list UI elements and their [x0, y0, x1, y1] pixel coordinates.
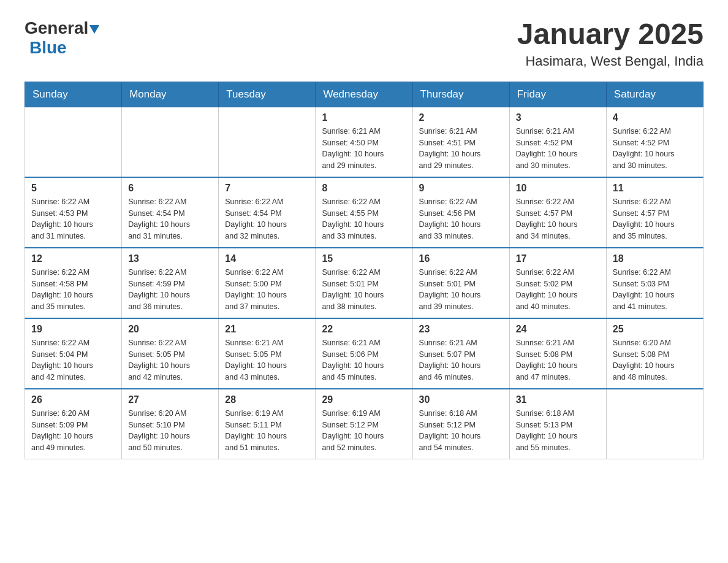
day-info: Sunrise: 6:22 AM Sunset: 4:52 PM Dayligh…: [613, 126, 697, 172]
day-number: 7: [225, 183, 309, 194]
calendar-cell: 19Sunrise: 6:22 AM Sunset: 5:04 PM Dayli…: [25, 318, 122, 389]
calendar-cell: 25Sunrise: 6:20 AM Sunset: 5:08 PM Dayli…: [606, 318, 703, 389]
day-number: 27: [128, 394, 212, 405]
day-number: 17: [516, 253, 600, 264]
day-header-thursday: Thursday: [412, 82, 509, 107]
calendar-cell: 13Sunrise: 6:22 AM Sunset: 4:59 PM Dayli…: [122, 248, 219, 318]
day-header-tuesday: Tuesday: [219, 82, 316, 107]
calendar-cell: 31Sunrise: 6:18 AM Sunset: 5:13 PM Dayli…: [509, 389, 606, 459]
day-number: 18: [613, 253, 697, 264]
day-number: 30: [419, 394, 503, 405]
calendar-cell: [219, 107, 316, 177]
day-info: Sunrise: 6:22 AM Sunset: 4:57 PM Dayligh…: [516, 196, 600, 242]
calendar-cell: 5Sunrise: 6:22 AM Sunset: 4:53 PM Daylig…: [25, 177, 122, 248]
day-info: Sunrise: 6:21 AM Sunset: 4:52 PM Dayligh…: [516, 126, 600, 172]
day-number: 13: [128, 253, 212, 264]
day-number: 14: [225, 253, 309, 264]
calendar-cell: 11Sunrise: 6:22 AM Sunset: 4:57 PM Dayli…: [606, 177, 703, 248]
day-number: 2: [419, 112, 503, 123]
day-info: Sunrise: 6:22 AM Sunset: 4:55 PM Dayligh…: [322, 196, 406, 242]
calendar-cell: 15Sunrise: 6:22 AM Sunset: 5:01 PM Dayli…: [316, 248, 412, 318]
day-info: Sunrise: 6:22 AM Sunset: 5:01 PM Dayligh…: [419, 267, 503, 313]
calendar-body: 1Sunrise: 6:21 AM Sunset: 4:50 PM Daylig…: [25, 107, 703, 459]
calendar-cell: 18Sunrise: 6:22 AM Sunset: 5:03 PM Dayli…: [606, 248, 703, 318]
day-info: Sunrise: 6:22 AM Sunset: 5:04 PM Dayligh…: [31, 337, 115, 383]
day-header-saturday: Saturday: [606, 82, 703, 107]
day-info: Sunrise: 6:22 AM Sunset: 5:00 PM Dayligh…: [225, 267, 309, 313]
week-row-3: 12Sunrise: 6:22 AM Sunset: 4:58 PM Dayli…: [25, 248, 703, 318]
week-row-4: 19Sunrise: 6:22 AM Sunset: 5:04 PM Dayli…: [25, 318, 703, 389]
calendar-cell: 12Sunrise: 6:22 AM Sunset: 4:58 PM Dayli…: [25, 248, 122, 318]
calendar-cell: 29Sunrise: 6:19 AM Sunset: 5:12 PM Dayli…: [316, 389, 412, 459]
day-info: Sunrise: 6:19 AM Sunset: 5:11 PM Dayligh…: [225, 408, 309, 454]
day-number: 11: [613, 183, 697, 194]
title-block: January 2025 Hasimara, West Bengal, Indi…: [517, 18, 703, 69]
calendar-cell: 1Sunrise: 6:21 AM Sunset: 4:50 PM Daylig…: [316, 107, 412, 177]
logo-arrow-icon: [89, 25, 99, 36]
month-year-title: January 2025: [517, 18, 703, 51]
day-number: 1: [322, 112, 406, 123]
day-info: Sunrise: 6:22 AM Sunset: 4:54 PM Dayligh…: [128, 196, 212, 242]
day-number: 20: [128, 324, 212, 335]
day-number: 9: [419, 183, 503, 194]
day-info: Sunrise: 6:22 AM Sunset: 4:58 PM Dayligh…: [31, 267, 115, 313]
page-header: General Blue January 2025 Hasimara, West…: [25, 18, 703, 69]
day-info: Sunrise: 6:22 AM Sunset: 4:56 PM Dayligh…: [419, 196, 503, 242]
day-number: 24: [516, 324, 600, 335]
logo-blue-text: Blue: [29, 38, 67, 57]
logo: General Blue: [25, 18, 99, 58]
day-header-friday: Friday: [509, 82, 606, 107]
calendar-table: SundayMondayTuesdayWednesdayThursdayFrid…: [25, 82, 703, 459]
day-number: 19: [31, 324, 115, 335]
day-number: 31: [516, 394, 600, 405]
day-info: Sunrise: 6:22 AM Sunset: 5:01 PM Dayligh…: [322, 267, 406, 313]
calendar-cell: 16Sunrise: 6:22 AM Sunset: 5:01 PM Dayli…: [412, 248, 509, 318]
day-info: Sunrise: 6:20 AM Sunset: 5:09 PM Dayligh…: [31, 408, 115, 454]
day-number: 6: [128, 183, 212, 194]
calendar-cell: 6Sunrise: 6:22 AM Sunset: 4:54 PM Daylig…: [122, 177, 219, 248]
calendar-cell: 14Sunrise: 6:22 AM Sunset: 5:00 PM Dayli…: [219, 248, 316, 318]
day-info: Sunrise: 6:21 AM Sunset: 4:51 PM Dayligh…: [419, 126, 503, 172]
day-info: Sunrise: 6:18 AM Sunset: 5:12 PM Dayligh…: [419, 408, 503, 454]
day-info: Sunrise: 6:22 AM Sunset: 4:53 PM Dayligh…: [31, 196, 115, 242]
location-subtitle: Hasimara, West Bengal, India: [517, 53, 703, 69]
day-number: 15: [322, 253, 406, 264]
calendar-cell: 22Sunrise: 6:21 AM Sunset: 5:06 PM Dayli…: [316, 318, 412, 389]
day-number: 8: [322, 183, 406, 194]
day-info: Sunrise: 6:18 AM Sunset: 5:13 PM Dayligh…: [516, 408, 600, 454]
calendar-cell: 10Sunrise: 6:22 AM Sunset: 4:57 PM Dayli…: [509, 177, 606, 248]
day-number: 26: [31, 394, 115, 405]
calendar-cell: 21Sunrise: 6:21 AM Sunset: 5:05 PM Dayli…: [219, 318, 316, 389]
day-info: Sunrise: 6:22 AM Sunset: 5:02 PM Dayligh…: [516, 267, 600, 313]
calendar-header: SundayMondayTuesdayWednesdayThursdayFrid…: [25, 82, 703, 107]
week-row-1: 1Sunrise: 6:21 AM Sunset: 4:50 PM Daylig…: [25, 107, 703, 177]
day-info: Sunrise: 6:20 AM Sunset: 5:08 PM Dayligh…: [613, 337, 697, 383]
calendar-cell: 8Sunrise: 6:22 AM Sunset: 4:55 PM Daylig…: [316, 177, 412, 248]
day-info: Sunrise: 6:21 AM Sunset: 5:06 PM Dayligh…: [322, 337, 406, 383]
day-info: Sunrise: 6:22 AM Sunset: 5:05 PM Dayligh…: [128, 337, 212, 383]
day-info: Sunrise: 6:21 AM Sunset: 5:07 PM Dayligh…: [419, 337, 503, 383]
calendar-cell: 30Sunrise: 6:18 AM Sunset: 5:12 PM Dayli…: [412, 389, 509, 459]
calendar-cell: 7Sunrise: 6:22 AM Sunset: 4:54 PM Daylig…: [219, 177, 316, 248]
day-header-monday: Monday: [122, 82, 219, 107]
day-info: Sunrise: 6:21 AM Sunset: 5:05 PM Dayligh…: [225, 337, 309, 383]
svg-marker-0: [89, 25, 99, 34]
day-number: 10: [516, 183, 600, 194]
day-number: 23: [419, 324, 503, 335]
calendar-cell: 28Sunrise: 6:19 AM Sunset: 5:11 PM Dayli…: [219, 389, 316, 459]
day-number: 21: [225, 324, 309, 335]
day-number: 12: [31, 253, 115, 264]
logo-general-text: General: [25, 18, 88, 38]
day-info: Sunrise: 6:22 AM Sunset: 4:57 PM Dayligh…: [613, 196, 697, 242]
day-info: Sunrise: 6:19 AM Sunset: 5:12 PM Dayligh…: [322, 408, 406, 454]
calendar-cell: [25, 107, 122, 177]
day-number: 25: [613, 324, 697, 335]
day-info: Sunrise: 6:22 AM Sunset: 4:54 PM Dayligh…: [225, 196, 309, 242]
calendar-cell: 4Sunrise: 6:22 AM Sunset: 4:52 PM Daylig…: [606, 107, 703, 177]
day-number: 3: [516, 112, 600, 123]
day-number: 4: [613, 112, 697, 123]
calendar-cell: 26Sunrise: 6:20 AM Sunset: 5:09 PM Dayli…: [25, 389, 122, 459]
day-header-wednesday: Wednesday: [316, 82, 412, 107]
day-number: 22: [322, 324, 406, 335]
day-info: Sunrise: 6:21 AM Sunset: 4:50 PM Dayligh…: [322, 126, 406, 172]
